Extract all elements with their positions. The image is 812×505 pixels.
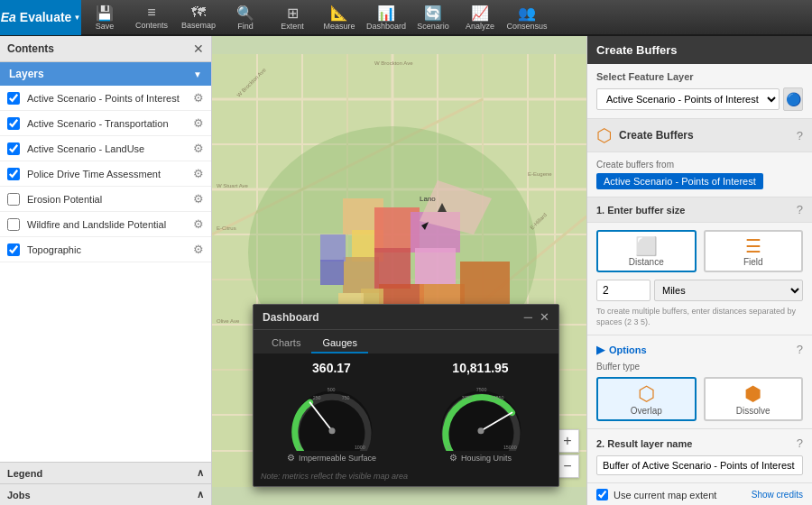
- app-logo[interactable]: Ea Evaluate ▼: [0, 0, 81, 35]
- buffer-option-distance[interactable]: ⬜Distance: [596, 230, 697, 272]
- legend-panel[interactable]: Legend ∧: [0, 462, 211, 483]
- layer-item[interactable]: Topographic⚙: [0, 237, 211, 262]
- dissolve-type-icon: ⬢: [709, 382, 798, 406]
- measure-icon: 📐: [330, 5, 348, 22]
- result-help-icon[interactable]: ?: [797, 436, 803, 450]
- distance-option-icon: ⬜: [602, 235, 691, 257]
- legend-label: Legend: [7, 468, 42, 479]
- svg-text:E-Eugene: E-Eugene: [528, 171, 552, 177]
- layer-checkbox[interactable]: [7, 218, 20, 231]
- options-toggle-icon[interactable]: ▶: [596, 343, 605, 356]
- svg-text:W Stuart Ave: W Stuart Ave: [217, 183, 249, 188]
- app-name: Evaluate: [20, 10, 72, 24]
- toolbar-item-contents[interactable]: ≡Contents: [128, 0, 175, 35]
- feature-layer-select[interactable]: Active Scenario - Points of Interest: [596, 88, 780, 110]
- toolbar-item-basemap[interactable]: 🗺Basemap: [175, 0, 222, 35]
- result-header: 2. Result layer name ?: [596, 436, 803, 450]
- use-extent-checkbox[interactable]: [596, 489, 608, 500]
- svg-text:500: 500: [327, 387, 335, 392]
- toolbar-item-extent[interactable]: ⊞Extent: [269, 0, 316, 35]
- tool-help-icon[interactable]: ?: [797, 129, 803, 142]
- basemap-label: Basemap: [181, 21, 216, 30]
- buffer-size-section-header[interactable]: 1. Enter buffer size ?: [587, 197, 812, 223]
- layer-checkbox[interactable]: [7, 142, 20, 155]
- buffer-type-dissolve[interactable]: ⬢Dissolve: [704, 377, 804, 421]
- layer-item[interactable]: Wildfire and Landslide Potential⚙: [0, 212, 211, 237]
- contents-label: Contents: [135, 21, 168, 30]
- buffer-type-label: Buffer type: [596, 362, 803, 372]
- toolbar-item-measure[interactable]: 📐Measure: [316, 0, 363, 35]
- layers-header[interactable]: Layers ▼: [0, 62, 211, 86]
- layer-checkbox[interactable]: [7, 92, 20, 105]
- result-layer-input[interactable]: [596, 455, 803, 475]
- svg-text:0: 0: [298, 445, 300, 450]
- layer-settings-icon[interactable]: ⚙: [193, 116, 204, 130]
- layer-item[interactable]: Police Drive Time Assessment⚙: [0, 161, 211, 187]
- unit-select[interactable]: FeetMilesKilometersMeters: [654, 280, 803, 301]
- field-option-label: Field: [709, 257, 798, 267]
- svg-point-57: [477, 427, 484, 434]
- dashboard-title: Dashboard: [263, 311, 319, 324]
- layer-settings-icon[interactable]: ⚙: [193, 142, 204, 155]
- svg-text:1000: 1000: [354, 445, 364, 450]
- layer-name: Active Scenario - Points of Interest: [27, 93, 189, 104]
- extent-label: Extent: [281, 22, 304, 31]
- tool-name: Create Buffers: [619, 129, 694, 142]
- gauge-container: 10,811.95 0 3750 7500 11250 15000 ⚙ Hous…: [410, 361, 551, 463]
- layer-settings-icon[interactable]: ⚙: [193, 243, 204, 256]
- layer-settings-icon[interactable]: ⚙: [193, 192, 204, 206]
- options-help-icon[interactable]: ?: [797, 343, 803, 356]
- options-title[interactable]: Options: [609, 344, 647, 355]
- layers-chevron-icon: ▼: [193, 69, 202, 79]
- layer-item[interactable]: Active Scenario - LandUse⚙: [0, 136, 211, 161]
- layer-item[interactable]: Active Scenario - Points of Interest⚙: [0, 86, 211, 111]
- layer-checkbox[interactable]: [7, 243, 20, 256]
- svg-text:750: 750: [341, 395, 349, 400]
- buffer-size-help-icon[interactable]: ?: [797, 203, 803, 216]
- gauge-settings-icon[interactable]: ⚙: [449, 453, 457, 463]
- toolbar-item-scenario[interactable]: 🔄Scenario: [410, 0, 457, 35]
- layer-item[interactable]: Active Scenario - Transportation⚙: [0, 111, 211, 136]
- layer-item[interactable]: Erosion Potential⚙: [0, 187, 211, 212]
- dashboard-tab-charts[interactable]: Charts: [261, 334, 311, 354]
- svg-text:11250: 11250: [490, 395, 503, 400]
- toolbar-item-find[interactable]: 🔍Find: [222, 0, 269, 35]
- distance-input[interactable]: [596, 280, 651, 301]
- buffer-option-field[interactable]: ☰Field: [704, 230, 804, 272]
- layer-settings-icon[interactable]: ⚙: [193, 217, 204, 231]
- layer-checkbox[interactable]: [7, 168, 20, 180]
- toolbar-item-analyze[interactable]: 📈Analyze: [457, 0, 503, 35]
- gauge-svg: 0 3750 7500 11250 15000: [427, 379, 535, 451]
- dashboard-minimize-button[interactable]: ─: [524, 310, 532, 324]
- svg-text:3750: 3750: [461, 395, 472, 400]
- layer-settings-icon[interactable]: ⚙: [193, 91, 204, 105]
- svg-rect-26: [374, 248, 411, 289]
- toolbar-item-save[interactable]: 💾Save: [81, 0, 128, 35]
- layer-checkbox[interactable]: [7, 193, 20, 206]
- dashboard-tab-gauges[interactable]: Gauges: [311, 334, 368, 354]
- buffer-type-overlap[interactable]: ⬡Overlap: [596, 377, 697, 421]
- gauge-value: 10,811.95: [452, 361, 508, 375]
- toolbar-item-consensus[interactable]: 👥Consensus: [503, 0, 550, 35]
- extent-row: Use current map extent Show credits: [587, 483, 812, 505]
- right-panel: Create Buffers Select Feature Layer Acti…: [586, 36, 812, 505]
- options-section: ▶ Options ? Buffer type ⬡Overlap⬢Dissolv…: [587, 335, 812, 429]
- feature-select-icon-button[interactable]: 🔵: [783, 87, 803, 111]
- find-label: Find: [237, 22, 254, 31]
- dashboard-close-button[interactable]: ✕: [540, 310, 549, 324]
- panel-close-button[interactable]: ✕: [193, 41, 204, 56]
- gauge-settings-icon[interactable]: ⚙: [287, 453, 295, 463]
- layer-settings-icon[interactable]: ⚙: [193, 167, 204, 180]
- show-credits-link[interactable]: Show credits: [752, 490, 803, 500]
- extent-left: Use current map extent: [596, 489, 716, 500]
- toolbar-item-dashboard[interactable]: 📊Dashboard: [363, 0, 410, 35]
- jobs-panel[interactable]: Jobs ∧: [0, 483, 211, 505]
- svg-text:0: 0: [447, 445, 449, 450]
- layer-checkbox[interactable]: [7, 117, 20, 130]
- scenario-icon: 🔄: [424, 5, 442, 22]
- logo-ea: Ea: [1, 10, 16, 24]
- basemap-icon: 🗺: [191, 5, 206, 21]
- svg-text:250: 250: [312, 395, 320, 400]
- svg-rect-35: [320, 260, 344, 285]
- buffer-size-content: ⬜Distance☰Field FeetMilesKilometersMeter…: [587, 223, 812, 335]
